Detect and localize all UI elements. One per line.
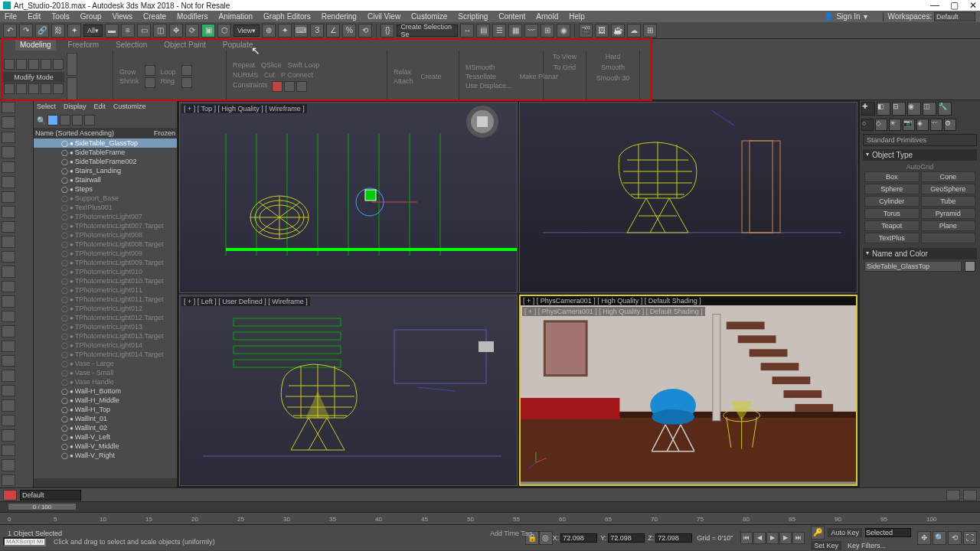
left-tool-18[interactable] [2, 370, 15, 381]
scene-row[interactable]: ◯●TPhotometricLight007.Target [34, 221, 177, 230]
left-tool-19[interactable] [2, 385, 15, 396]
mat-editor-button[interactable]: ◉ [557, 24, 570, 37]
constraint-face[interactable] [296, 81, 307, 92]
create-box[interactable]: Box [864, 171, 920, 182]
nav-zoom[interactable]: 🔍 [933, 531, 946, 545]
rollout-objtype[interactable]: Object Type [863, 149, 977, 161]
shapes-cat[interactable]: ◇ [875, 119, 887, 131]
scene-row[interactable]: ◯●SideTableFrame [34, 148, 177, 157]
left-tool-6[interactable] [2, 191, 15, 203]
left-tool-16[interactable] [2, 341, 15, 352]
modify-btn-2[interactable] [145, 77, 155, 88]
scene-row[interactable]: ◯●SideTable_GlassTop [34, 139, 177, 148]
rollout-namecolor[interactable]: Name and Color [863, 248, 977, 259]
scene-row[interactable]: ◯●TPhotometricLight009 [34, 249, 177, 258]
maximize-button[interactable]: ▢ [950, 0, 959, 11]
scene-row[interactable]: ◯●Wall-H_Middle [34, 396, 177, 405]
scene-tool-1[interactable] [47, 115, 58, 126]
space-cat[interactable]: 〰 [930, 119, 942, 131]
scene-row[interactable]: ◯●TPhotometricLight013 [34, 322, 177, 331]
viewport-left[interactable]: [ + ] [ Left ] [ User Defined ] [ Wirefr… [179, 295, 518, 486]
create-pyramid[interactable]: Pyramid [921, 208, 976, 219]
poly-tool-5[interactable] [53, 83, 64, 94]
create-plane[interactable]: Plane [921, 220, 976, 231]
nav-max[interactable]: ⛶ [963, 531, 977, 545]
scene-row[interactable]: ◯●Vase - Small [34, 368, 177, 377]
select-name-button[interactable]: ≡ [121, 24, 135, 37]
swiftloop-button[interactable]: Swift Loop [285, 60, 323, 70]
scene-row[interactable]: ◯●TPhotometricLight012 [34, 304, 177, 313]
left-tool-10[interactable] [2, 251, 15, 262]
menu-arnold[interactable]: Arnold [536, 12, 558, 21]
scene-row[interactable]: ◯●WallInt_02 [34, 423, 177, 432]
viewport-front[interactable] [519, 102, 858, 293]
create-teapot[interactable]: Teapot [864, 220, 920, 231]
create-geosphere[interactable]: GeoSphere [921, 184, 976, 194]
goto-start[interactable]: ⏮ [740, 532, 753, 544]
display-tab[interactable]: ◫ [923, 102, 936, 116]
scene-row[interactable]: ◯●TPhotometricLight010.Target [34, 276, 177, 285]
menu-civil view[interactable]: Civil View [368, 12, 400, 21]
render-frame-button[interactable]: 🖼 [595, 24, 609, 37]
lights-cat[interactable]: ☀ [889, 119, 901, 131]
nav-orbit[interactable]: ⟲ [948, 531, 962, 545]
create-textplus[interactable]: TextPlus [864, 233, 920, 243]
scene-row[interactable]: ◯●TPhotometricLight013.Target [34, 331, 177, 341]
scene-row[interactable]: ◯●Stairwall [34, 175, 177, 184]
left-tool-20[interactable] [2, 399, 15, 411]
motion-tab[interactable]: ◉ [907, 102, 921, 116]
align-button[interactable]: ▤ [476, 24, 490, 37]
toggle-ribbon-button[interactable]: ▦ [508, 24, 522, 37]
mat-slot[interactable] [3, 490, 17, 500]
poly-tool-1[interactable] [4, 83, 15, 94]
autogrid-check[interactable]: AutoGrid [864, 162, 975, 171]
x-input[interactable] [560, 533, 597, 543]
undo-button[interactable]: ↶ [3, 24, 17, 37]
left-tool-23[interactable] [2, 445, 15, 456]
scene-row[interactable]: ◯●Vase - Large [34, 359, 177, 368]
shrink-button[interactable]: Shrink [116, 77, 142, 86]
scene-row[interactable]: ◯●Steps [34, 184, 177, 194]
menu-graph editors[interactable]: Graph Editors [263, 12, 311, 21]
menu-scripting[interactable]: Scripting [458, 12, 488, 21]
vp-top-label[interactable]: [ + ] [ Top ] [ High Quality ] [ Wirefra… [181, 104, 307, 113]
repeat-button[interactable]: Repeat [230, 60, 258, 70]
cut-button[interactable]: Cut [261, 70, 278, 80]
prev-frame[interactable]: ◀ [753, 532, 766, 544]
left-tool-2[interactable] [2, 132, 15, 143]
scene-menu-customize[interactable]: Customize [113, 103, 146, 110]
scene-menu-edit[interactable]: Edit [94, 103, 106, 110]
snap-button[interactable]: 3 [310, 24, 324, 37]
object-color-swatch[interactable] [965, 261, 975, 272]
selection-filter[interactable]: All ▾ [83, 24, 103, 37]
pivot-button[interactable]: ⊕ [262, 24, 276, 37]
unlink-button[interactable]: ⛓ [51, 24, 65, 37]
scene-row[interactable]: ◯●TPhotometricLight011.Target [34, 295, 177, 304]
time-slider[interactable]: 0 / 100 [0, 501, 980, 512]
vp-left-label[interactable]: [ + ] [ Left ] [ User Defined ] [ Wirefr… [181, 297, 310, 306]
rect-select-button[interactable]: ▭ [137, 24, 151, 37]
scene-row[interactable]: ◯●Support_Base [34, 194, 177, 203]
signin-button[interactable]: 👤 Sign In ▾ [819, 12, 871, 21]
menu-rendering[interactable]: Rendering [322, 12, 357, 21]
scene-tool-3[interactable] [72, 115, 83, 126]
menu-create[interactable]: Create [143, 12, 166, 21]
time-ruler[interactable]: 0510152025303540455055606570758085909510… [0, 512, 980, 524]
scene-list[interactable]: ◯●SideTable_GlassTop◯●SideTableFrame◯●Si… [34, 139, 177, 478]
left-tool-22[interactable] [2, 429, 15, 441]
maxscript-input[interactable] [3, 537, 46, 546]
viewport-top[interactable]: [ + ] [ Top ] [ High Quality ] [ Wirefra… [179, 102, 518, 293]
menu-group[interactable]: Group [80, 12, 102, 21]
geom-cat[interactable]: ○ [861, 119, 874, 131]
time-slider-handle[interactable]: 0 / 100 [8, 503, 77, 510]
ring-button[interactable]: Ring [158, 77, 179, 86]
rotate-button[interactable]: ⟳ [185, 24, 199, 37]
next-frame[interactable]: ▶ [779, 532, 792, 544]
left-tool-4[interactable] [2, 161, 15, 173]
hard-button[interactable]: Hard [603, 52, 624, 61]
left-tool-17[interactable] [2, 355, 15, 367]
scene-row[interactable]: ◯●Wall-H_Top [34, 405, 177, 414]
move-button[interactable]: ✥ [169, 24, 183, 37]
scene-row[interactable]: ◯●TPhotometricLight011 [34, 285, 177, 295]
poly-subobj-element[interactable] [53, 59, 64, 70]
